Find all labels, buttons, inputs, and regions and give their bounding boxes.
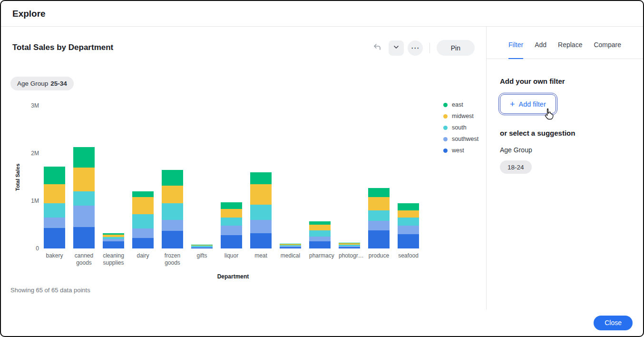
bar-segment-midwest[interactable] [309, 225, 331, 230]
bar-segment-southwest[interactable] [221, 226, 242, 235]
bar-segment-south[interactable] [250, 205, 272, 220]
x-label-produce: produce [368, 252, 390, 267]
legend-item-west[interactable]: west [443, 145, 478, 156]
bar-gifts[interactable] [191, 245, 213, 248]
chart-toolbar: ⋯ Pin [370, 40, 475, 56]
bar-segment-midwest[interactable] [250, 184, 272, 205]
x-label-meat: meat [250, 252, 272, 267]
bar-segment-midwest[interactable] [132, 197, 154, 214]
title-bar: Explore [1, 1, 643, 27]
bar-segment-east[interactable] [44, 167, 65, 184]
bar-segment-south[interactable] [309, 230, 331, 237]
bar-segment-east[interactable] [250, 172, 272, 184]
bar-frozen-goods[interactable] [162, 170, 183, 248]
bar-segment-west[interactable] [280, 247, 301, 248]
bar-segment-west[interactable] [132, 238, 154, 248]
bar-segment-east[interactable] [398, 203, 419, 210]
bar-segment-midwest[interactable] [44, 184, 65, 203]
bar-bakery[interactable] [44, 167, 65, 248]
page-title: Explore [12, 9, 46, 19]
bar-canned-goods[interactable] [73, 147, 95, 248]
bar-photogr[interactable] [339, 243, 360, 248]
bar-medical[interactable] [280, 244, 301, 248]
bar-segment-west[interactable] [368, 230, 390, 248]
bar-produce[interactable] [368, 188, 390, 248]
bar-segment-east[interactable] [132, 191, 154, 197]
bar-segment-south[interactable] [221, 218, 242, 226]
bar-segment-midwest[interactable] [162, 186, 183, 203]
more-options-button[interactable]: ⋯ [408, 40, 423, 56]
legend-label-west: west [452, 147, 464, 154]
legend-label-midwest: midwest [452, 113, 474, 119]
legend-dot-icon [443, 137, 448, 141]
bar-segment-west[interactable] [191, 248, 213, 248]
bar-segment-southwest[interactable] [309, 237, 331, 241]
legend-label-east: east [452, 101, 463, 108]
bar-segment-west[interactable] [339, 247, 360, 248]
bar-segment-southwest[interactable] [162, 220, 183, 231]
bar-segment-west[interactable] [309, 241, 331, 248]
bar-series [44, 106, 423, 248]
pin-button[interactable]: Pin [437, 40, 475, 56]
x-axis-title: Department [43, 273, 423, 280]
legend-dot-icon [443, 149, 448, 153]
own-filter-heading: Add your own filter [500, 77, 631, 85]
bar-segment-southwest[interactable] [73, 206, 95, 227]
y-tick-1m: 1M [22, 198, 39, 204]
suggestion-heading: or select a suggestion [500, 129, 631, 137]
bar-segment-west[interactable] [103, 241, 124, 248]
bar-segment-southwest[interactable] [368, 221, 390, 230]
bar-segment-west[interactable] [73, 227, 95, 248]
data-points-footnote: Showing 65 of 65 data points [10, 287, 486, 294]
bar-segment-east[interactable] [73, 147, 95, 168]
bar-segment-east[interactable] [162, 170, 183, 186]
bar-segment-south[interactable] [44, 203, 65, 218]
legend-item-southwest[interactable]: southwest [443, 133, 478, 145]
tab-compare[interactable]: Compare [594, 41, 621, 59]
add-filter-button[interactable]: + Add filter [500, 94, 556, 114]
tab-filter[interactable]: Filter [508, 41, 523, 59]
bar-meat[interactable] [250, 172, 272, 248]
y-tick-3m: 3M [22, 102, 39, 109]
tab-replace[interactable]: Replace [558, 41, 582, 59]
bar-segment-west[interactable] [398, 234, 419, 248]
bar-pharmacy[interactable] [309, 221, 331, 248]
bar-segment-south[interactable] [368, 210, 390, 221]
bar-seafood[interactable] [398, 203, 419, 248]
legend-item-south[interactable]: south [443, 122, 478, 133]
suggestion-pill-18-24[interactable]: 18-24 [500, 160, 532, 174]
bar-segment-south[interactable] [162, 203, 183, 220]
bar-segment-southwest[interactable] [132, 228, 154, 238]
bar-segment-west[interactable] [250, 233, 272, 248]
undo-button[interactable] [370, 40, 385, 56]
footer-bar: Close [1, 309, 643, 336]
bar-segment-east[interactable] [368, 188, 390, 197]
bar-cleaning-supplies[interactable] [103, 233, 124, 248]
bar-segment-midwest[interactable] [221, 209, 242, 218]
bar-segment-midwest[interactable] [398, 210, 419, 218]
chart-area: Total Sales 01M2M3M bakerycanned goodscl… [14, 106, 486, 280]
bar-segment-southwest[interactable] [398, 226, 419, 234]
tab-add[interactable]: Add [535, 41, 546, 59]
bar-segment-southwest[interactable] [44, 218, 65, 228]
bar-segment-west[interactable] [221, 235, 242, 248]
close-button[interactable]: Close [594, 316, 633, 330]
x-label-bakery: bakery [44, 252, 65, 267]
bar-dairy[interactable] [132, 191, 154, 248]
bar-segment-midwest[interactable] [368, 197, 390, 210]
bar-liquor[interactable] [221, 202, 242, 248]
bar-segment-east[interactable] [309, 221, 331, 225]
bar-segment-southwest[interactable] [250, 220, 272, 233]
legend-item-east[interactable]: east [443, 99, 478, 110]
bar-segment-south[interactable] [398, 218, 419, 226]
bar-segment-west[interactable] [44, 228, 65, 248]
legend-item-midwest[interactable]: midwest [443, 110, 478, 122]
chart-type-dropdown-button[interactable] [389, 40, 404, 56]
bar-segment-midwest[interactable] [73, 168, 95, 191]
bar-segment-west[interactable] [162, 231, 183, 248]
bar-segment-east[interactable] [221, 202, 242, 209]
bar-segment-south[interactable] [73, 191, 95, 206]
filter-chip-age-group[interactable]: Age Group 25-34 [10, 77, 74, 90]
bar-segment-south[interactable] [132, 214, 154, 228]
chart-header: Total Sales by Department ⋯ [1, 27, 486, 56]
